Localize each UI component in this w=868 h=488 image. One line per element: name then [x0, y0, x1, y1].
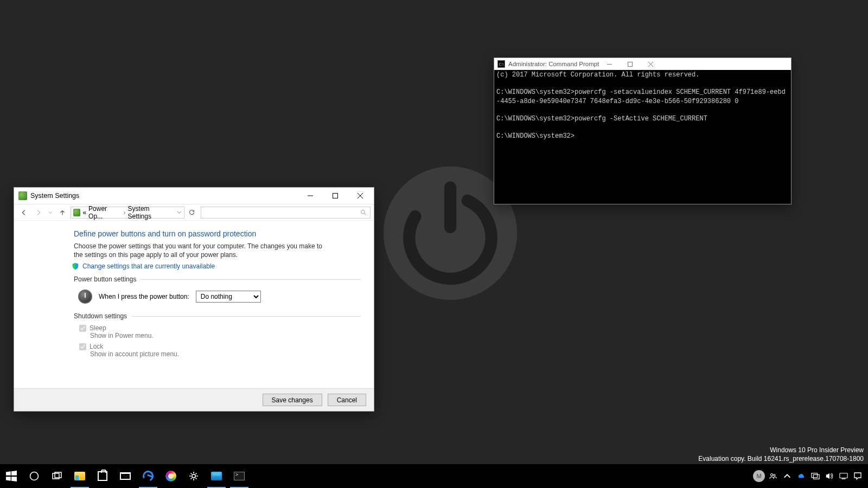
- cmd-maximize-button[interactable]: [620, 58, 640, 70]
- svg-rect-15: [841, 478, 845, 479]
- mail-icon: [120, 472, 131, 480]
- cortana-search-button[interactable]: [23, 464, 46, 488]
- dialog-footer: Save changes Cancel: [14, 388, 374, 411]
- taskbar-mail[interactable]: [114, 464, 137, 488]
- gear-icon: [188, 471, 199, 481]
- cmd-title: Administrator: Command Prompt: [508, 61, 599, 67]
- taskbar-store[interactable]: [91, 464, 114, 488]
- taskbar: M: [0, 464, 868, 488]
- address-dropdown-icon[interactable]: [177, 210, 182, 215]
- power-button-settings-heading: Power button settings: [74, 275, 136, 283]
- change-link-text: Change settings that are currently unava…: [82, 262, 215, 270]
- watermark-line2: Evaluation copy. Build 16241.rs_prerelea…: [698, 454, 864, 463]
- tray-overflow-chevron[interactable]: [780, 464, 794, 488]
- tray-action-center[interactable]: [851, 464, 865, 488]
- taskbar-command-prompt[interactable]: [228, 464, 251, 488]
- taskbar-settings[interactable]: [182, 464, 205, 488]
- nav-up-button[interactable]: [56, 206, 69, 219]
- start-button[interactable]: [0, 464, 23, 488]
- watermark-line1: Windows 10 Pro Insider Preview: [698, 446, 864, 454]
- task-manager-icon: [211, 472, 222, 480]
- power-button-icon: [78, 290, 92, 304]
- change-unavailable-settings-link[interactable]: Change settings that are currently unava…: [72, 262, 361, 270]
- maximize-button[interactable]: [323, 188, 348, 204]
- svg-rect-5: [628, 62, 632, 66]
- svg-point-9: [192, 474, 195, 478]
- sleep-label: Sleep: [90, 324, 106, 332]
- breadcrumb-part2[interactable]: System Settings: [128, 205, 173, 220]
- cancel-button[interactable]: Cancel: [328, 394, 366, 406]
- taskbar-file-explorer[interactable]: [68, 464, 91, 488]
- shutdown-settings-heading: Shutdown settings: [74, 312, 127, 320]
- page-heading: Define power buttons and turn on passwor…: [74, 229, 361, 238]
- svg-rect-14: [840, 473, 847, 478]
- taskbar-edge[interactable]: [137, 464, 159, 488]
- tray-onedrive[interactable]: [794, 464, 808, 488]
- svg-rect-13: [813, 474, 819, 479]
- power-button-action-select[interactable]: Do nothing: [196, 291, 261, 303]
- cmd-close-button[interactable]: [640, 58, 661, 70]
- system-settings-window: System Settings « Power Op... › S: [14, 187, 374, 412]
- system-settings-titlebar[interactable]: System Settings: [14, 188, 374, 204]
- breadcrumb-part1[interactable]: Power Op...: [88, 205, 122, 220]
- window-title: System Settings: [30, 192, 79, 200]
- store-icon: [98, 471, 107, 481]
- cmd-titlebar[interactable]: C:\ Administrator: Command Prompt: [494, 58, 791, 70]
- power-options-icon: [18, 191, 27, 200]
- address-bar[interactable]: « Power Op... › System Settings: [71, 207, 184, 219]
- breadcrumb-prefix: «: [82, 209, 86, 216]
- search-box[interactable]: [201, 207, 371, 219]
- power-button-label: When I press the power button:: [99, 293, 189, 300]
- nav-recent-dropdown[interactable]: [47, 206, 54, 219]
- uac-shield-icon: [72, 262, 79, 270]
- lock-checkbox[interactable]: [79, 343, 86, 350]
- windows-build-watermark: Windows 10 Pro Insider Preview Evaluatio…: [698, 446, 864, 463]
- lock-hint: Show in account picture menu.: [90, 350, 361, 358]
- svg-point-10: [771, 474, 773, 476]
- taskbar-taskmanager[interactable]: [205, 464, 228, 488]
- tray-input-indicator[interactable]: [837, 464, 851, 488]
- nav-forward-button[interactable]: [32, 206, 45, 219]
- task-view-button[interactable]: [46, 464, 68, 488]
- show-desktop-button[interactable]: [865, 464, 868, 488]
- tray-user-avatar[interactable]: M: [752, 464, 766, 488]
- avatar: M: [753, 470, 765, 482]
- sleep-checkbox[interactable]: [79, 325, 86, 332]
- svg-rect-2: [444, 182, 456, 233]
- close-button[interactable]: [348, 188, 373, 204]
- explorer-nav-row: « Power Op... › System Settings: [14, 204, 374, 220]
- taskbar-paint[interactable]: [159, 464, 182, 488]
- page-description: Choose the power settings that you want …: [74, 242, 329, 259]
- search-icon: [360, 209, 367, 216]
- system-settings-content: Define power buttons and turn on passwor…: [14, 220, 374, 388]
- svg-point-6: [30, 472, 39, 480]
- lock-label: Lock: [90, 343, 103, 350]
- paint-icon: [165, 471, 176, 481]
- cmd-minimize-button[interactable]: [599, 58, 620, 70]
- cmd-output-area[interactable]: (c) 2017 Microsoft Corporation. All righ…: [494, 70, 791, 204]
- tray-people[interactable]: [766, 464, 780, 488]
- svg-point-11: [774, 474, 775, 476]
- svg-rect-12: [812, 473, 818, 478]
- sleep-hint: Show in Power menu.: [90, 332, 361, 339]
- tray-network[interactable]: [808, 464, 822, 488]
- system-tray: M: [752, 464, 868, 488]
- tray-volume[interactable]: [822, 464, 837, 488]
- save-changes-button[interactable]: Save changes: [263, 394, 322, 406]
- refresh-button[interactable]: [186, 207, 197, 218]
- command-prompt-icon: [234, 472, 245, 480]
- nav-back-button[interactable]: [17, 206, 30, 219]
- edge-icon: [141, 469, 155, 483]
- svg-rect-3: [333, 194, 338, 198]
- minimize-button[interactable]: [298, 188, 323, 204]
- cmd-icon: C:\: [497, 60, 505, 68]
- file-explorer-icon: [74, 472, 85, 480]
- command-prompt-window: C:\ Administrator: Command Prompt (c) 20…: [494, 57, 792, 204]
- power-options-icon: [73, 209, 80, 216]
- svg-point-4: [361, 210, 365, 214]
- breadcrumb-separator: ›: [124, 209, 126, 216]
